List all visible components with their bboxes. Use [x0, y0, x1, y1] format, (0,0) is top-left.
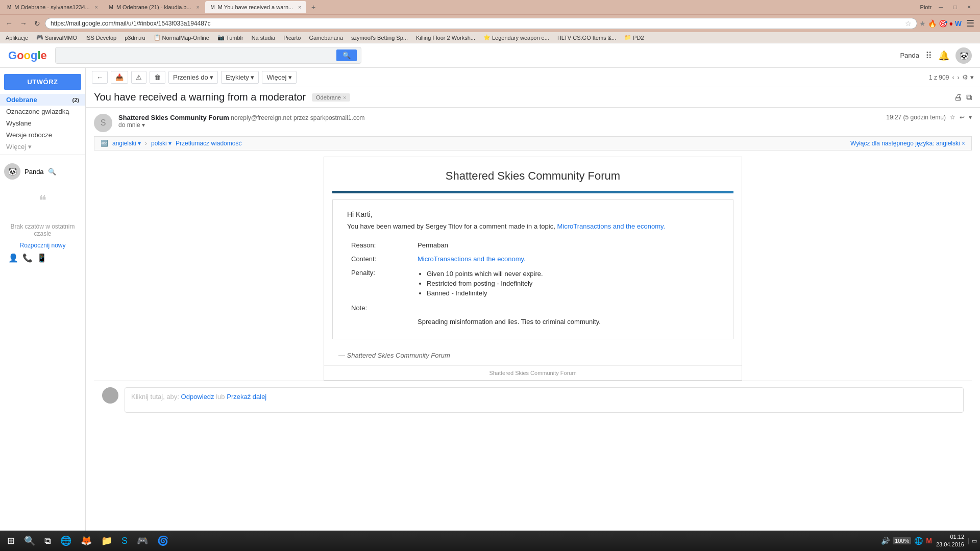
print-icon[interactable]: 🖨	[954, 93, 962, 102]
to-me-text[interactable]: do mnie ▾	[118, 121, 880, 129]
delete-button[interactable]: 🗑	[150, 71, 165, 84]
bookmark-2[interactable]: ISS Develop	[83, 34, 119, 41]
chat-call-icon[interactable]: 📱	[37, 253, 47, 263]
taskbar-volume-icon[interactable]: 🔊	[881, 537, 890, 545]
bookmark-11[interactable]: ⭐ Legendary weapon e...	[481, 34, 552, 41]
chat-add-icon[interactable]: 👤	[8, 253, 18, 263]
taskbar-chrome-icon[interactable]: 🌐	[56, 533, 76, 548]
translate-from-label: angielski ▾	[112, 140, 141, 147]
browser-tab-3[interactable]: M M You have received a warn... ×	[205, 1, 306, 13]
search-form[interactable]: 🔍	[55, 47, 361, 64]
more-actions-icon[interactable]: ▾	[969, 114, 972, 121]
taskbar-fox-icon[interactable]: 🦊	[77, 533, 96, 548]
taskbar-task-view-icon[interactable]: ⧉	[40, 534, 55, 548]
sender-info: Shattered Skies Community Forum noreply@…	[118, 114, 880, 129]
tab-close-1[interactable]: ×	[95, 5, 98, 10]
sidebar-starred-label: Oznaczone gwiazdką	[6, 108, 69, 115]
back-to-inbox-button[interactable]: ←	[92, 71, 108, 84]
taskbar-show-desktop-icon[interactable]: ▭	[968, 538, 977, 544]
forum-footer-brand: Shattered Skies Community Forum	[324, 365, 742, 380]
translate-disable-x[interactable]: ×	[962, 140, 965, 147]
translate-action-button[interactable]: Przetłumacz wiadomość	[176, 140, 241, 147]
new-tab-button[interactable]: +	[307, 1, 320, 13]
bookmark-7[interactable]: Picarto	[281, 34, 303, 41]
apps-grid-icon[interactable]: ⠿	[925, 50, 932, 61]
bookmark-6[interactable]: Na studia	[249, 34, 278, 41]
star-icon[interactable]: ☆	[950, 114, 955, 121]
bookmark-10[interactable]: Killing Floor 2 Worksh...	[413, 34, 478, 41]
sidebar-item-starred[interactable]: Oznaczone gwiazdką	[0, 106, 85, 117]
user-avatar[interactable]: 🐼	[955, 47, 972, 64]
taskbar-mail-icon[interactable]: M	[926, 537, 932, 545]
bookmark-3[interactable]: p3dm.ru	[122, 34, 148, 41]
prev-email-icon[interactable]: ‹	[952, 74, 954, 81]
bookmark-4[interactable]: 📋 NormalMap-Online	[151, 34, 212, 41]
sidebar-item-inbox[interactable]: Odebrane (2)	[0, 94, 85, 106]
tab-close-3[interactable]: ×	[298, 5, 301, 10]
counter-text: 1 z 909	[929, 74, 949, 81]
report-spam-button[interactable]: ⚠	[131, 71, 146, 84]
bookmark-12[interactable]: HLTV CS:GO Items &...	[555, 34, 619, 41]
start-button[interactable]: ⊞	[3, 533, 19, 548]
back-button[interactable]: ←	[3, 18, 15, 29]
chat-phone-icon[interactable]: 📞	[22, 253, 33, 263]
chat-search-icon[interactable]: 🔍	[48, 168, 56, 176]
next-email-icon[interactable]: ›	[957, 74, 959, 81]
chat-quote-icon: ❝	[8, 192, 77, 209]
bookmark-8[interactable]: Gamebanana	[306, 34, 346, 41]
taskbar-network-icon[interactable]: 🌐	[914, 537, 923, 545]
move-to-button[interactable]: Przenieś do ▾	[168, 71, 218, 84]
bookmark-13[interactable]: 📁 PD2	[622, 34, 646, 41]
translate-arrow-icon: ›	[145, 140, 147, 147]
browser-menu-button[interactable]: ☰	[964, 17, 977, 30]
content-value: MicroTransactions and the economy.	[413, 252, 719, 266]
taskbar-steam-icon[interactable]: 🎮	[133, 533, 152, 548]
inbox-badge-remove[interactable]: ×	[343, 94, 346, 101]
more-button[interactable]: Więcej ▾	[262, 71, 297, 84]
note-value	[413, 301, 719, 315]
bookmark-5[interactable]: 📷 Tumblr	[215, 34, 246, 41]
translate-disable-link[interactable]: Wyłącz dla następnego języka: angielski …	[850, 140, 965, 147]
translate-from-lang[interactable]: angielski ▾	[112, 140, 141, 147]
compose-button[interactable]: UTWÓRZ	[4, 74, 81, 90]
sidebar-item-drafts[interactable]: Wersje robocze	[0, 129, 85, 141]
sidebar-item-sent[interactable]: Wysłane	[0, 117, 85, 129]
penalty-item-3: Banned - Indefinitely	[427, 288, 715, 298]
address-bar[interactable]: https://mail.google.com/mail/u/1/#inbox/…	[45, 18, 917, 29]
translate-to-lang[interactable]: polski ▾	[151, 140, 172, 147]
reply-icon[interactable]: ↩	[960, 114, 965, 121]
bookmark-star-icon[interactable]: ☆	[905, 19, 912, 28]
email-settings-icon[interactable]: ⚙ ▾	[962, 73, 974, 81]
bookmark-9[interactable]: szymool's Betting Sp...	[349, 34, 410, 41]
taskbar-skype-icon[interactable]: S	[117, 534, 132, 548]
bookmark-1[interactable]: 🎮 SunivalMMO	[34, 34, 80, 41]
bookmark-13-label: PD2	[633, 35, 644, 41]
forward-link[interactable]: Przekaż dalej	[227, 393, 266, 400]
archive-button[interactable]: 📥	[111, 71, 128, 84]
warning-topic-link[interactable]: MicroTransactions and the economy.	[557, 222, 665, 230]
labels-button[interactable]: Etykiety ▾	[221, 71, 259, 84]
close-button[interactable]: ×	[964, 3, 974, 12]
search-button[interactable]: 🔍	[336, 49, 357, 61]
taskbar-explorer-icon[interactable]: 📁	[97, 533, 116, 548]
sidebar-item-more[interactable]: Więcej ▾	[0, 141, 85, 153]
new-window-icon[interactable]: ⧉	[966, 93, 972, 102]
bookmark-apps[interactable]: Aplikacje	[3, 34, 31, 41]
tab-close-2[interactable]: ×	[197, 5, 200, 10]
search-input[interactable]	[60, 52, 336, 60]
bookmark-7-label: Picarto	[283, 35, 301, 41]
reply-box[interactable]: Kliknij tutaj, aby: Odpowiedz lub Przeka…	[125, 387, 964, 413]
maximize-button[interactable]: □	[950, 3, 960, 12]
refresh-button[interactable]: ↻	[32, 18, 43, 29]
notifications-icon[interactable]: 🔔	[938, 50, 949, 61]
content-link[interactable]: MicroTransactions and the economy.	[418, 255, 526, 263]
chat-start-link[interactable]: Rozpocznij nowy	[19, 242, 65, 249]
note-content: Spreading misinformation and lies. Ties …	[413, 315, 719, 329]
taskbar-browser-icon[interactable]: 🌀	[153, 533, 173, 548]
forward-button[interactable]: →	[17, 18, 30, 29]
taskbar-search-icon[interactable]: 🔍	[20, 533, 39, 548]
minimize-button[interactable]: ─	[936, 3, 946, 12]
browser-tab-1[interactable]: M M Odebrane - sylvanas1234... ×	[2, 1, 103, 13]
browser-tab-2[interactable]: M M Odebrane (21) - klaudia.b... ×	[104, 1, 205, 13]
reply-link[interactable]: Odpowiedz	[181, 393, 214, 400]
